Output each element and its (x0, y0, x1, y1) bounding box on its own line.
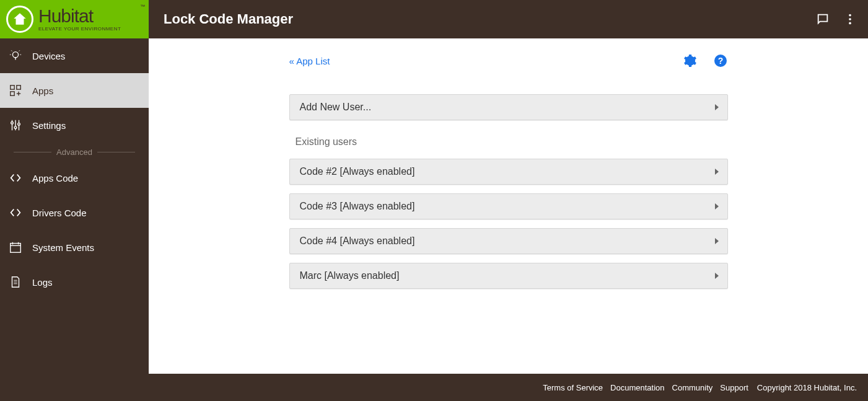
svg-rect-20 (11, 244, 21, 253)
user-row[interactable]: Code #2 [Always enabled] (289, 159, 728, 185)
brand-logo-mark (6, 6, 33, 33)
svg-rect-11 (11, 92, 14, 95)
sidebar-item-logs[interactable]: Logs (0, 265, 149, 299)
breadcrumb-app-list[interactable]: « App List (289, 56, 330, 66)
add-new-user-button[interactable]: Add New User... (289, 94, 728, 120)
user-row[interactable]: Marc [Always enabled] (289, 263, 728, 289)
page-title: Lock Code Manager (149, 11, 816, 27)
brand-logo-text: Hubitat ELEVATE YOUR ENVIRONMENT (38, 7, 121, 32)
sidebar-item-apps[interactable]: Apps (0, 73, 149, 108)
brand-tagline: ELEVATE YOUR ENVIRONMENT (38, 27, 121, 32)
row-label: Code #2 [Always enabled] (300, 166, 415, 177)
sidebar-item-label: Logs (32, 277, 53, 288)
help-icon[interactable]: ? (713, 53, 728, 68)
svg-rect-9 (11, 86, 14, 89)
footer-link-community[interactable]: Community (672, 383, 713, 392)
main-content: « App List ? Add New User... Existing us… (149, 38, 868, 374)
sidebar-item-label: System Events (32, 242, 94, 253)
svg-point-19 (18, 123, 20, 125)
sidebar-item-label: Apps (32, 86, 53, 96)
header-actions (816, 12, 868, 26)
sidebar-item-settings[interactable]: Settings (0, 108, 149, 143)
svg-rect-10 (17, 86, 20, 89)
svg-point-0 (849, 14, 851, 17)
more-vert-icon[interactable] (843, 12, 857, 26)
sidebar-item-label: Apps Code (32, 173, 78, 183)
chevron-right-icon (715, 238, 719, 244)
user-row[interactable]: Code #4 [Always enabled] (289, 228, 728, 254)
sidebar-item-drivers-code[interactable]: Drivers Code (0, 195, 149, 230)
svg-text:?: ? (717, 56, 723, 66)
footer-bar: Terms of Service Documentation Community… (0, 374, 868, 401)
sidebar-advanced-separator: Advanced (0, 143, 149, 161)
gear-icon[interactable] (682, 53, 697, 68)
panel-top-bar: « App List ? (289, 53, 728, 68)
calendar-icon (9, 240, 22, 254)
house-icon (12, 11, 28, 27)
footer-link-tos[interactable]: Terms of Service (543, 383, 603, 392)
chevron-right-icon (715, 203, 719, 209)
chat-icon[interactable] (816, 12, 830, 26)
footer-link-support[interactable]: Support (720, 383, 748, 392)
footer-link-docs[interactable]: Documentation (610, 383, 664, 392)
brand-logo[interactable]: Hubitat ELEVATE YOUR ENVIRONMENT ™ (0, 0, 149, 38)
svg-point-17 (11, 122, 14, 125)
sidebar-item-label: Settings (32, 120, 66, 131)
chevron-right-icon (715, 169, 719, 175)
chevron-right-icon (715, 104, 719, 110)
chevron-right-icon (715, 273, 719, 279)
sidebar-item-devices[interactable]: Devices (0, 38, 149, 73)
apps-icon (9, 84, 22, 97)
svg-point-1 (849, 18, 851, 20)
svg-line-7 (11, 50, 12, 51)
code-icon (9, 206, 22, 219)
svg-line-8 (19, 50, 20, 51)
user-row[interactable]: Code #3 [Always enabled] (289, 193, 728, 219)
row-label: Add New User... (300, 102, 372, 113)
svg-point-2 (849, 22, 851, 25)
sliders-icon (9, 118, 22, 132)
sidebar-advanced-label: Advanced (56, 148, 92, 157)
header-bar: Hubitat ELEVATE YOUR ENVIRONMENT ™ Lock … (0, 0, 868, 38)
brand-trademark: ™ (140, 4, 145, 9)
sidebar-item-label: Drivers Code (32, 208, 87, 218)
brand-name: Hubitat (38, 7, 121, 25)
svg-point-3 (12, 52, 18, 58)
code-icon (9, 171, 22, 185)
sidebar-item-label: Devices (32, 51, 65, 61)
document-icon (9, 275, 22, 289)
sidebar-item-apps-code[interactable]: Apps Code (0, 161, 149, 195)
bulb-icon (9, 49, 22, 63)
row-label: Code #4 [Always enabled] (300, 236, 415, 247)
sidebar: Devices Apps (0, 38, 149, 374)
row-label: Marc [Always enabled] (300, 270, 400, 281)
existing-users-label: Existing users (296, 136, 728, 148)
svg-point-18 (14, 126, 17, 129)
row-label: Code #3 [Always enabled] (300, 201, 415, 212)
sidebar-item-system-events[interactable]: System Events (0, 230, 149, 265)
footer-copyright: Copyright 2018 Hubitat, Inc. (757, 383, 857, 392)
